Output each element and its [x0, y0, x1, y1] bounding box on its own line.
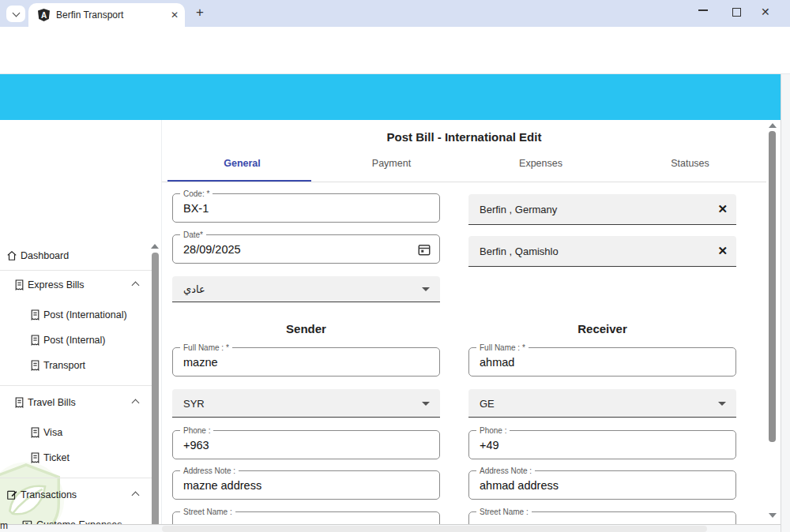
browser-toolbar: ← → ⟳ localhost:4200/transportBillEdit/1…	[0, 27, 790, 52]
sender-address-note-label: Address Note :	[180, 466, 239, 475]
sender-full-name-value[interactable]: mazne	[183, 356, 218, 369]
window-maximize-button[interactable]	[732, 8, 741, 17]
calendar-icon[interactable]	[417, 242, 431, 257]
new-tab-button[interactable]: +	[196, 5, 204, 21]
receiver-full-name-field[interactable]: Full Name : * ahmad	[468, 347, 736, 377]
main-scroll-down-icon[interactable]	[769, 513, 777, 518]
sender-full-name-label: Full Name : *	[180, 343, 232, 352]
main-scrollbar-thumb[interactable]	[769, 131, 776, 442]
receiver-full-name-label: Full Name : *	[476, 343, 529, 352]
sidebar-item-post-internal[interactable]: Post (Internal)	[30, 331, 106, 350]
sender-phone-value[interactable]: +963	[183, 439, 209, 451]
sender-full-name-field[interactable]: Full Name : * mazne	[172, 347, 440, 377]
sidebar-item-ticket[interactable]: Ticket	[30, 448, 70, 467]
receiver-heading: Receiver	[468, 322, 736, 335]
sender-country-select[interactable]: SYR	[172, 389, 440, 418]
dropdown-caret-icon	[422, 287, 430, 291]
bill-type-value: عادي	[183, 283, 205, 295]
chevron-up-icon[interactable]	[132, 492, 140, 500]
receipt-icon	[30, 452, 40, 463]
tabs-divider	[162, 182, 766, 182]
tab-statuses[interactable]: Statuses	[615, 158, 765, 180]
sidebar-item-post-international[interactable]: Post (International)	[30, 305, 127, 324]
to-location-value: Berfin , Qamishlo	[480, 245, 559, 257]
tab-general[interactable]: General	[167, 158, 317, 180]
date-label: Date*	[180, 230, 206, 239]
date-value[interactable]: 28/09/2025	[183, 243, 241, 256]
sidebar-scroll-up-icon[interactable]	[151, 244, 159, 249]
chevron-down-icon	[12, 9, 20, 17]
date-field[interactable]: Date* 28/09/2025	[172, 234, 440, 264]
receipt-icon	[14, 397, 24, 408]
tab-title: Berfin Transport	[56, 9, 171, 21]
sidebar-nav: كفيـل Dashboard Express Bills Post (Inte…	[0, 120, 162, 532]
code-field[interactable]: Code: * BX-1	[172, 193, 440, 223]
tab-close-icon[interactable]: ✕	[171, 9, 179, 21]
horizontal-scrollbar[interactable]	[0, 524, 781, 532]
receiver-address-note-value[interactable]: ahmad address	[480, 479, 559, 492]
home-icon	[6, 250, 17, 261]
sidebar-item-transport[interactable]: Transport	[30, 356, 85, 375]
to-location-field[interactable]: Berfin , Qamishlo ✕	[468, 236, 736, 267]
receiver-address-note-label: Address Note :	[476, 466, 535, 475]
receiver-address-note-field[interactable]: Address Note : ahmad address	[468, 470, 736, 500]
sender-phone-field[interactable]: Phone : +963	[172, 430, 440, 459]
sender-address-note-value[interactable]: mazne address	[183, 479, 261, 492]
sender-address-note-field[interactable]: Address Note : mazne address	[172, 470, 440, 500]
window-scrollbar[interactable]	[781, 74, 790, 532]
sidebar-divider	[0, 270, 152, 271]
from-location-value: Berfin , Germany	[480, 204, 557, 215]
app-header: Berfin Transport admin	[0, 74, 781, 120]
tab-payment[interactable]: Payment	[317, 158, 466, 180]
code-label: Code: *	[180, 189, 213, 198]
chevron-up-icon[interactable]	[132, 399, 140, 407]
dropdown-caret-icon	[718, 402, 726, 406]
sidebar-group-transactions[interactable]: Transactions	[6, 485, 77, 504]
document-edit-icon	[6, 489, 17, 500]
receipt-icon	[30, 427, 40, 438]
browser-tab[interactable]: A Berfin Transport ✕	[28, 3, 185, 27]
receiver-phone-field[interactable]: Phone : +49	[468, 430, 736, 459]
receipt-icon	[30, 360, 40, 371]
chevron-up-icon[interactable]	[132, 282, 140, 290]
from-location-field[interactable]: Berfin , Germany ✕	[468, 194, 736, 225]
sidebar-group-express-bills[interactable]: Express Bills	[14, 275, 85, 294]
browser-tabstrip: A Berfin Transport ✕ + ✕	[0, 0, 790, 27]
code-value[interactable]: BX-1	[183, 202, 209, 215]
tab-search-button[interactable]	[6, 6, 25, 22]
receipt-icon	[14, 279, 24, 290]
receiver-street-name-label: Street Name :	[476, 508, 532, 516]
sidebar-divider	[0, 478, 152, 478]
dropdown-caret-icon	[422, 402, 430, 406]
window-close-button[interactable]: ✕	[761, 6, 770, 18]
receiver-phone-value[interactable]: +49	[480, 439, 499, 451]
sidebar-group-travel-bills[interactable]: Travel Bills	[14, 393, 76, 412]
angular-favicon-icon: A	[38, 9, 50, 21]
window-minimize-button[interactable]	[698, 9, 708, 11]
receiver-country-value: GE	[480, 397, 495, 409]
tab-expenses[interactable]: Expenses	[466, 158, 615, 180]
sender-heading: Sender	[172, 322, 440, 335]
sidebar-item-visa[interactable]: Visa	[30, 423, 62, 442]
bill-type-select[interactable]: عادي	[172, 276, 440, 302]
main-content: Post Bill - International Edit General P…	[162, 120, 781, 532]
page-title: Post Bill - International Edit	[162, 130, 766, 144]
sender-street-name-label: Street Name :	[180, 508, 235, 516]
sender-phone-label: Phone :	[180, 426, 213, 435]
sidebar-divider	[0, 385, 152, 386]
horizontal-scrollbar-thumb[interactable]	[162, 526, 707, 532]
receiver-phone-label: Phone :	[476, 426, 510, 435]
receiver-full-name-value[interactable]: ahmad	[480, 356, 514, 369]
receipt-icon	[30, 309, 40, 320]
main-scroll-up-icon[interactable]	[769, 123, 777, 128]
clear-x-icon[interactable]: ✕	[717, 244, 728, 258]
receipt-icon	[30, 335, 40, 346]
sidebar-item-dashboard[interactable]: Dashboard	[6, 246, 69, 265]
status-text: m	[0, 520, 8, 531]
clear-x-icon[interactable]: ✕	[717, 202, 728, 216]
bookmarks-bar: Gmail YouTube Maps	[0, 52, 790, 74]
sidebar-scrollbar-thumb[interactable]	[152, 253, 159, 532]
sender-country-value: SYR	[183, 397, 205, 409]
receiver-country-select[interactable]: GE	[468, 389, 736, 418]
